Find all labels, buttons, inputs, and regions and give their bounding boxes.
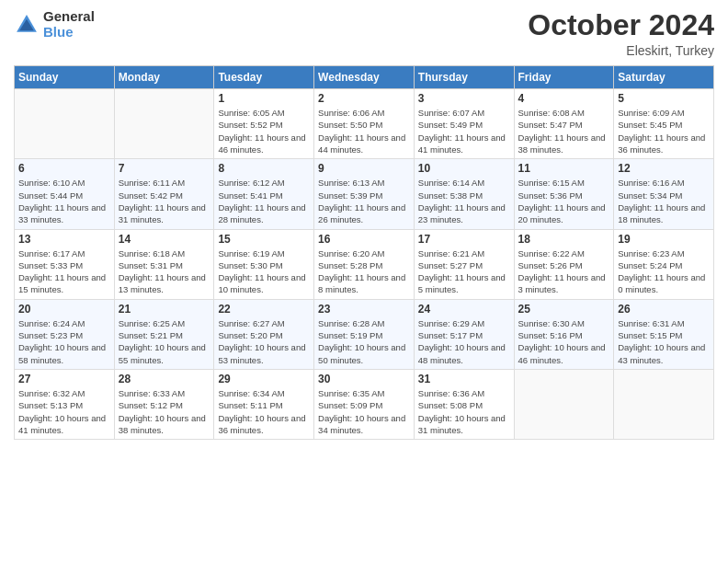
day-info: Sunrise: 6:24 AM Sunset: 5:23 PM Dayligh… <box>18 317 110 366</box>
day-info: Sunrise: 6:31 AM Sunset: 5:15 PM Dayligh… <box>618 317 710 366</box>
day-number: 26 <box>618 303 710 316</box>
calendar-cell: 9Sunrise: 6:13 AM Sunset: 5:39 PM Daylig… <box>314 159 415 229</box>
day-number: 18 <box>518 233 610 246</box>
header-tuesday: Tuesday <box>214 66 314 89</box>
calendar-cell: 1Sunrise: 6:05 AM Sunset: 5:52 PM Daylig… <box>214 89 314 159</box>
day-number: 8 <box>218 162 310 175</box>
header-monday: Monday <box>114 66 214 89</box>
calendar-cell: 14Sunrise: 6:18 AM Sunset: 5:31 PM Dayli… <box>114 229 214 299</box>
calendar-cell: 4Sunrise: 6:08 AM Sunset: 5:47 PM Daylig… <box>514 89 614 159</box>
day-number: 15 <box>218 233 310 246</box>
calendar-cell: 10Sunrise: 6:14 AM Sunset: 5:38 PM Dayli… <box>414 159 514 229</box>
day-info: Sunrise: 6:15 AM Sunset: 5:36 PM Dayligh… <box>518 177 610 225</box>
day-info: Sunrise: 6:19 AM Sunset: 5:30 PM Dayligh… <box>218 247 310 296</box>
header-saturday: Saturday <box>614 66 714 89</box>
day-number: 4 <box>518 92 610 105</box>
day-number: 2 <box>318 92 410 105</box>
day-number: 6 <box>18 162 110 175</box>
day-info: Sunrise: 6:22 AM Sunset: 5:26 PM Dayligh… <box>518 247 610 296</box>
day-info: Sunrise: 6:28 AM Sunset: 5:19 PM Dayligh… <box>318 317 410 366</box>
calendar-cell: 20Sunrise: 6:24 AM Sunset: 5:23 PM Dayli… <box>15 299 115 369</box>
day-info: Sunrise: 6:09 AM Sunset: 5:45 PM Dayligh… <box>618 107 710 155</box>
weekday-header-row: Sunday Monday Tuesday Wednesday Thursday… <box>15 66 714 89</box>
day-number: 29 <box>218 373 310 385</box>
day-info: Sunrise: 6:07 AM Sunset: 5:49 PM Dayligh… <box>418 107 510 155</box>
calendar-cell <box>514 369 614 439</box>
header-wednesday: Wednesday <box>314 66 415 89</box>
day-info: Sunrise: 6:23 AM Sunset: 5:24 PM Dayligh… <box>618 247 710 296</box>
calendar-cell: 6Sunrise: 6:10 AM Sunset: 5:44 PM Daylig… <box>15 159 115 229</box>
day-number: 27 <box>18 373 110 385</box>
day-info: Sunrise: 6:16 AM Sunset: 5:34 PM Dayligh… <box>618 177 710 225</box>
day-number: 7 <box>119 162 210 175</box>
calendar-cell: 15Sunrise: 6:19 AM Sunset: 5:30 PM Dayli… <box>214 229 314 299</box>
day-info: Sunrise: 6:11 AM Sunset: 5:42 PM Dayligh… <box>119 177 210 225</box>
day-info: Sunrise: 6:17 AM Sunset: 5:33 PM Dayligh… <box>18 247 110 296</box>
day-info: Sunrise: 6:30 AM Sunset: 5:16 PM Dayligh… <box>518 317 610 366</box>
day-info: Sunrise: 6:10 AM Sunset: 5:44 PM Dayligh… <box>18 177 110 225</box>
calendar-cell: 21Sunrise: 6:25 AM Sunset: 5:21 PM Dayli… <box>114 299 214 369</box>
calendar-week-5: 27Sunrise: 6:32 AM Sunset: 5:13 PM Dayli… <box>15 369 714 439</box>
calendar-cell: 26Sunrise: 6:31 AM Sunset: 5:15 PM Dayli… <box>614 299 714 369</box>
day-number: 28 <box>119 373 210 385</box>
day-number: 13 <box>18 233 110 246</box>
day-info: Sunrise: 6:32 AM Sunset: 5:13 PM Dayligh… <box>18 387 110 436</box>
day-number: 14 <box>119 233 210 246</box>
day-number: 31 <box>418 373 510 385</box>
calendar-cell: 23Sunrise: 6:28 AM Sunset: 5:19 PM Dayli… <box>314 299 415 369</box>
calendar-week-2: 6Sunrise: 6:10 AM Sunset: 5:44 PM Daylig… <box>15 159 714 229</box>
day-info: Sunrise: 6:06 AM Sunset: 5:50 PM Dayligh… <box>318 107 410 155</box>
calendar-table: Sunday Monday Tuesday Wednesday Thursday… <box>14 65 714 440</box>
logo-icon <box>14 12 40 38</box>
day-number: 9 <box>318 162 410 175</box>
day-number: 11 <box>518 162 610 175</box>
day-info: Sunrise: 6:18 AM Sunset: 5:31 PM Dayligh… <box>119 247 210 296</box>
day-info: Sunrise: 6:08 AM Sunset: 5:47 PM Dayligh… <box>518 107 610 155</box>
day-number: 25 <box>518 303 610 316</box>
calendar-cell <box>614 369 714 439</box>
day-number: 16 <box>318 233 410 246</box>
calendar-cell: 19Sunrise: 6:23 AM Sunset: 5:24 PM Dayli… <box>614 229 714 299</box>
header-thursday: Thursday <box>414 66 514 89</box>
day-number: 17 <box>418 233 510 246</box>
day-number: 30 <box>318 373 410 385</box>
calendar-cell: 25Sunrise: 6:30 AM Sunset: 5:16 PM Dayli… <box>514 299 614 369</box>
day-info: Sunrise: 6:33 AM Sunset: 5:12 PM Dayligh… <box>119 387 210 436</box>
day-info: Sunrise: 6:14 AM Sunset: 5:38 PM Dayligh… <box>418 177 510 225</box>
calendar-week-3: 13Sunrise: 6:17 AM Sunset: 5:33 PM Dayli… <box>15 229 714 299</box>
day-number: 10 <box>418 162 510 175</box>
day-info: Sunrise: 6:05 AM Sunset: 5:52 PM Dayligh… <box>218 107 310 155</box>
calendar-cell <box>15 89 115 159</box>
location: Eleskirt, Turkey <box>528 43 714 58</box>
calendar-week-4: 20Sunrise: 6:24 AM Sunset: 5:23 PM Dayli… <box>15 299 714 369</box>
day-info: Sunrise: 6:34 AM Sunset: 5:11 PM Dayligh… <box>218 387 310 436</box>
day-info: Sunrise: 6:13 AM Sunset: 5:39 PM Dayligh… <box>318 177 410 225</box>
calendar-cell: 17Sunrise: 6:21 AM Sunset: 5:27 PM Dayli… <box>414 229 514 299</box>
day-number: 12 <box>618 162 710 175</box>
calendar-cell: 27Sunrise: 6:32 AM Sunset: 5:13 PM Dayli… <box>15 369 115 439</box>
day-number: 19 <box>618 233 710 246</box>
day-info: Sunrise: 6:35 AM Sunset: 5:09 PM Dayligh… <box>318 387 410 436</box>
logo-text: General Blue <box>43 9 95 40</box>
calendar-cell: 16Sunrise: 6:20 AM Sunset: 5:28 PM Dayli… <box>314 229 415 299</box>
calendar-cell: 29Sunrise: 6:34 AM Sunset: 5:11 PM Dayli… <box>214 369 314 439</box>
day-info: Sunrise: 6:29 AM Sunset: 5:17 PM Dayligh… <box>418 317 510 366</box>
day-info: Sunrise: 6:21 AM Sunset: 5:27 PM Dayligh… <box>418 247 510 296</box>
calendar-cell: 31Sunrise: 6:36 AM Sunset: 5:08 PM Dayli… <box>414 369 514 439</box>
calendar-cell: 30Sunrise: 6:35 AM Sunset: 5:09 PM Dayli… <box>314 369 415 439</box>
calendar-cell: 7Sunrise: 6:11 AM Sunset: 5:42 PM Daylig… <box>114 159 214 229</box>
logo: General Blue <box>14 9 95 40</box>
calendar-cell: 3Sunrise: 6:07 AM Sunset: 5:49 PM Daylig… <box>414 89 514 159</box>
calendar-cell: 28Sunrise: 6:33 AM Sunset: 5:12 PM Dayli… <box>114 369 214 439</box>
day-info: Sunrise: 6:12 AM Sunset: 5:41 PM Dayligh… <box>218 177 310 225</box>
page: General Blue October 2024 Eleskirt, Turk… <box>0 0 728 563</box>
day-info: Sunrise: 6:20 AM Sunset: 5:28 PM Dayligh… <box>318 247 410 296</box>
calendar-cell: 11Sunrise: 6:15 AM Sunset: 5:36 PM Dayli… <box>514 159 614 229</box>
calendar-cell: 13Sunrise: 6:17 AM Sunset: 5:33 PM Dayli… <box>15 229 115 299</box>
calendar-cell: 5Sunrise: 6:09 AM Sunset: 5:45 PM Daylig… <box>614 89 714 159</box>
calendar-cell: 12Sunrise: 6:16 AM Sunset: 5:34 PM Dayli… <box>614 159 714 229</box>
day-number: 22 <box>218 303 310 316</box>
day-number: 21 <box>119 303 210 316</box>
calendar-cell: 8Sunrise: 6:12 AM Sunset: 5:41 PM Daylig… <box>214 159 314 229</box>
day-number: 3 <box>418 92 510 105</box>
